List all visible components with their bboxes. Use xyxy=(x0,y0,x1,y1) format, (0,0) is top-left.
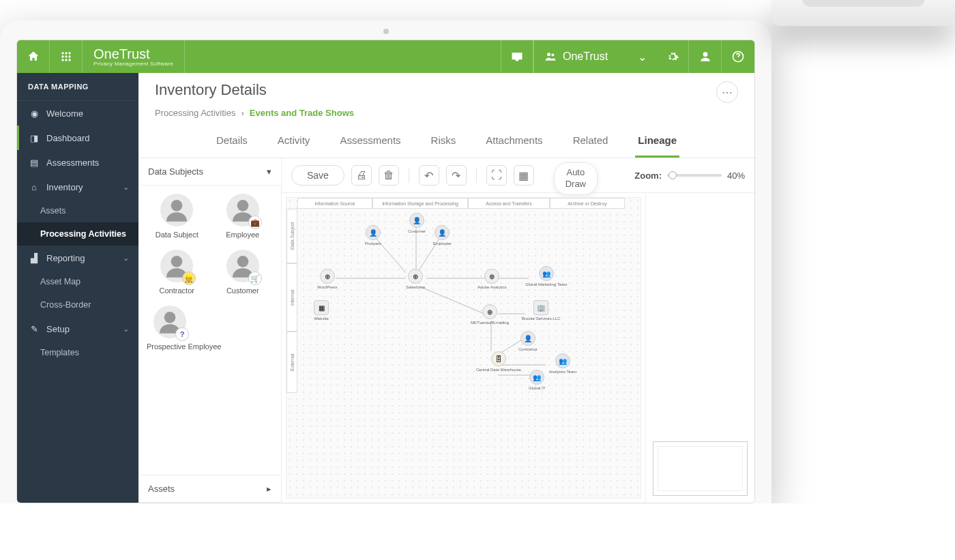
more-button[interactable]: ⋯ xyxy=(716,81,738,103)
palette-item-customer[interactable]: 🛒 Customer xyxy=(213,250,274,295)
node-employee[interactable]: 👤Employee xyxy=(433,225,452,246)
crumb-parent[interactable]: Processing Activities xyxy=(155,108,236,118)
undo-button[interactable]: ↶ xyxy=(419,165,439,186)
org-switcher[interactable]: OneTrust ⌄ xyxy=(533,40,656,73)
tab-assessments[interactable]: Assessments xyxy=(337,125,403,158)
users-icon xyxy=(544,50,557,63)
folder-icon: ⌂ xyxy=(29,181,40,192)
node-globalit[interactable]: 👥Global IT xyxy=(529,370,545,390)
tabs: Details Activity Assessments Risks Attac… xyxy=(138,125,754,158)
chart-icon: ▟ xyxy=(29,252,40,263)
canvas-toolbar: Save 🖨 🗑 ↶ ↷ ⛶ ▦ Auto Draw xyxy=(282,158,754,193)
svg-point-5 xyxy=(68,55,70,57)
sidebar-item-processing-activities[interactable]: Processing Activities xyxy=(17,222,138,246)
svg-point-0 xyxy=(61,52,63,54)
svg-point-10 xyxy=(551,54,554,57)
sidebar-item-cross-border[interactable]: Cross-Border xyxy=(17,293,138,316)
chevron-down-icon: ⌄ xyxy=(123,325,129,334)
svg-point-3 xyxy=(61,55,63,57)
sidebar-item-setup[interactable]: ✎Setup⌄ xyxy=(17,316,138,341)
sidebar-item-templates[interactable]: Templates xyxy=(17,341,138,364)
col-archive: Archive or Destroy xyxy=(550,198,625,209)
settings-icon[interactable] xyxy=(656,40,689,73)
col-access: Access and Transfers xyxy=(468,198,550,209)
content: Inventory Details ⋯ Processing Activitie… xyxy=(138,73,754,503)
chevron-down-icon: ⌄ xyxy=(638,50,647,63)
sidebar-item-asset-map[interactable]: Asset Map xyxy=(17,270,138,293)
auto-draw-button[interactable]: Auto Draw xyxy=(554,162,598,195)
caret-down-icon: ▾ xyxy=(267,166,271,177)
dashboard-icon: ◨ xyxy=(29,132,40,143)
grid-button[interactable]: ▦ xyxy=(514,165,534,186)
palette-item-data-subject[interactable]: Data Subject xyxy=(147,194,207,239)
expand-button[interactable]: ⛶ xyxy=(486,165,507,186)
tab-details[interactable]: Details xyxy=(214,125,250,158)
svg-point-16 xyxy=(237,256,248,267)
node-website[interactable]: ▦Website xyxy=(314,300,329,321)
svg-point-8 xyxy=(68,59,70,61)
user-icon[interactable] xyxy=(689,40,722,73)
print-button[interactable]: 🖨 xyxy=(351,165,372,186)
chevron-down-icon: ⌄ xyxy=(123,254,129,263)
sidebar-item-inventory[interactable]: ⌂Inventory⌄ xyxy=(17,175,138,199)
cart-icon: 🛒 xyxy=(248,271,262,285)
delete-button[interactable]: 🗑 xyxy=(379,165,399,186)
node-prospect[interactable]: 👤Prospect xyxy=(365,225,381,246)
wrench-icon: ✎ xyxy=(29,323,40,334)
brand: OneTrust Privacy Management Software xyxy=(83,40,185,73)
svg-point-15 xyxy=(171,256,183,267)
redo-button[interactable]: ↷ xyxy=(446,165,467,186)
question-icon: ? xyxy=(175,327,189,341)
palette-assets[interactable]: Assets▸ xyxy=(138,475,281,503)
briefcase-icon: 💼 xyxy=(248,216,262,229)
document-icon: ▤ xyxy=(29,157,40,168)
node-cdw[interactable]: 🗄Central Data Warehouse xyxy=(476,351,521,372)
palette-item-contractor[interactable]: 👷 Contractor xyxy=(147,250,207,295)
row-internal: Internal xyxy=(286,263,297,331)
sidebar-item-assets[interactable]: Assets xyxy=(17,199,138,222)
palette-item-prospective-employee[interactable]: ? Prospective Employee xyxy=(147,306,273,351)
node-mktvendor[interactable]: ⊕MKTvendorB-mailing xyxy=(471,304,509,325)
node-salesforce[interactable]: ⊕Salesforce xyxy=(406,269,425,289)
zoom-control[interactable]: Zoom: 40% xyxy=(634,171,745,181)
palette-item-employee[interactable]: 💼 Employee xyxy=(213,194,274,239)
tab-risks[interactable]: Risks xyxy=(428,125,459,158)
row-data-subject: Data Subject xyxy=(286,209,297,263)
save-button[interactable]: Save xyxy=(291,165,344,186)
node-marketing[interactable]: 👥Global Marketing Team xyxy=(525,266,568,286)
palette: Data Subjects▾ Data Subject 💼 Employee 👷 xyxy=(138,158,282,503)
tab-activity[interactable]: Activity xyxy=(275,125,313,158)
zoom-slider[interactable] xyxy=(667,174,722,177)
tab-related[interactable]: Related xyxy=(570,125,611,158)
sidebar-item-dashboard[interactable]: ◨Dashboard xyxy=(17,126,138,150)
col-storage: Information Storage and Processing xyxy=(372,198,468,209)
org-label: OneTrust xyxy=(563,50,608,63)
node-wordpress[interactable]: ⊕WordPress xyxy=(317,269,338,289)
sidebar-item-welcome[interactable]: ◉Welcome xyxy=(17,101,138,126)
node-analytics[interactable]: 👥Analytics Team xyxy=(549,353,576,374)
breadcrumb: Processing Activities › Events and Trade… xyxy=(138,106,754,125)
crumb-active: Events and Trade Shows xyxy=(250,108,354,118)
node-customer[interactable]: 👤Customer xyxy=(408,213,426,233)
node-contractor[interactable]: 👤Contractor xyxy=(518,331,538,351)
help-icon[interactable] xyxy=(722,40,754,73)
palette-data-subjects[interactable]: Data Subjects▾ xyxy=(138,158,281,186)
node-adobe[interactable]: ⊕Adobe Analytics xyxy=(478,269,507,289)
page-title: Inventory Details xyxy=(155,81,267,99)
home-icon[interactable] xyxy=(17,40,50,73)
svg-point-17 xyxy=(164,312,176,323)
svg-point-4 xyxy=(65,55,67,57)
sidebar-item-assessments[interactable]: ▤Assessments xyxy=(17,150,138,175)
crumb-sep: › xyxy=(241,108,244,118)
apps-icon[interactable] xyxy=(50,40,83,73)
tab-attachments[interactable]: Attachments xyxy=(483,125,545,158)
inbox-icon[interactable] xyxy=(501,40,533,73)
node-brooke[interactable]: 🏢Brooke Services LLC xyxy=(522,300,560,321)
tab-lineage[interactable]: Lineage xyxy=(635,125,679,158)
svg-point-6 xyxy=(61,59,63,61)
lineage-canvas[interactable]: Information Source Information Storage a… xyxy=(286,197,641,499)
row-external: External xyxy=(286,331,297,393)
sidebar-item-reporting[interactable]: ▟Reporting⌄ xyxy=(17,246,138,270)
zoom-value: 40% xyxy=(727,171,745,181)
minimap[interactable] xyxy=(645,193,754,503)
